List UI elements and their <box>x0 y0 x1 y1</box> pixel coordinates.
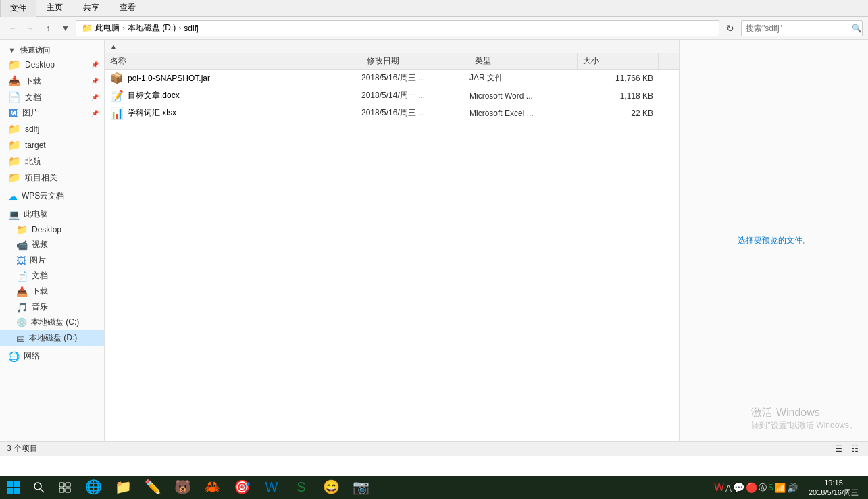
tray-icon4[interactable]: Ⓐ <box>759 482 767 494</box>
sidebar-item-docs-pc[interactable]: 📄 文档 <box>0 268 104 284</box>
sidebar-item-download-quick[interactable]: 📥 下载 📌 <box>0 73 104 89</box>
dropdown-button[interactable]: ▼ <box>58 21 73 36</box>
sidebar-item-drive-d[interactable]: 🖴 本地磁盘 (D:) <box>0 330 104 346</box>
folder-yellow-icon: 📁 <box>8 139 21 151</box>
taskbar-app10[interactable]: 📷 <box>346 476 376 499</box>
task-view-icon <box>59 482 71 493</box>
tray-wps-icon[interactable]: W <box>714 481 724 494</box>
sidebar-item-label: 网络 <box>24 350 40 362</box>
tab-view[interactable]: 查看 <box>109 0 146 16</box>
download-icon2: 📥 <box>16 286 28 297</box>
up-button[interactable]: ↑ <box>41 21 55 36</box>
taskbar-clock[interactable]: 19:15 2018/5/16/周三 <box>803 478 864 498</box>
col-header-name[interactable]: 名称 <box>105 53 361 69</box>
tray-wechat[interactable]: 💬 <box>733 482 744 493</box>
wps-section: ☁ WPS云文档 <box>0 188 104 204</box>
sidebar-item-wps[interactable]: ☁ WPS云文档 <box>0 188 104 204</box>
ribbon-tabs: 文件 主页 共享 查看 <box>0 0 868 16</box>
sidebar-item-target[interactable]: 📁 target <box>0 137 104 153</box>
quick-access-collapse[interactable]: ▼ <box>8 46 16 54</box>
col-header-date[interactable]: 修改日期 <box>361 53 469 69</box>
taskbar-app5[interactable]: 🦀 <box>197 476 227 499</box>
sidebar-item-pics-pc[interactable]: 🖼 图片 <box>0 253 104 268</box>
sidebar-item-this-pc[interactable]: 💻 此电脑 <box>0 207 104 222</box>
item-count: 3 个项目 <box>7 443 38 454</box>
sidebar-item-label: 项目相关 <box>25 172 57 184</box>
search-input[interactable] <box>742 24 851 33</box>
preview-pane: 选择要预览的文件。 <box>679 40 868 441</box>
sidebar-item-download-pc[interactable]: 📥 下载 <box>0 284 104 299</box>
wps-cloud-icon: ☁ <box>8 191 18 202</box>
taskbar-app4[interactable]: 🐻 <box>168 476 197 499</box>
taskbar-app7[interactable]: W <box>257 476 286 499</box>
taskbar-app8[interactable]: S <box>286 476 316 499</box>
file-row-excel[interactable]: 📊 学科词汇.xlsx 2018/5/16/周三 ... Microsoft E… <box>105 105 679 122</box>
sidebar-item-video[interactable]: 📹 视频 <box>0 237 104 253</box>
tray-volume[interactable]: 🔊 <box>787 483 798 493</box>
list-view-toggle[interactable]: ☰ <box>832 443 845 455</box>
tray-chevron[interactable]: ⋀ <box>725 483 732 492</box>
refresh-button[interactable]: ↻ <box>722 20 738 36</box>
back-button[interactable]: ← <box>5 21 20 36</box>
sidebar-item-beihang[interactable]: 📁 北航 <box>0 153 104 169</box>
col-header-size[interactable]: 大小 <box>578 53 659 69</box>
sidebar-item-desktop-pc[interactable]: 📁 Desktop <box>0 222 104 237</box>
status-bar: 3 个项目 ☰ ☷ <box>0 441 868 456</box>
taskbar-chrome[interactable]: 🌐 <box>78 476 108 499</box>
sidebar-item-label: 图片 <box>30 255 46 266</box>
tray-wifi[interactable]: 📶 <box>775 483 786 493</box>
sidebar-item-network[interactable]: 🌐 网络 <box>0 348 104 364</box>
file-size-jar: 11,766 KB <box>578 74 659 83</box>
sidebar-item-label: 视频 <box>32 239 48 251</box>
sidebar-item-desktop-quick[interactable]: 📁 Desktop 📌 <box>0 57 104 73</box>
detail-view-toggle[interactable]: ☷ <box>848 443 861 455</box>
start-button[interactable] <box>0 476 27 499</box>
file-date-word: 2018/5/14/周一 ... <box>361 90 469 101</box>
search-icon[interactable]: 🔍 <box>851 20 862 36</box>
task-view-button[interactable] <box>51 476 78 499</box>
taskbar-app6[interactable]: 🎯 <box>227 476 257 499</box>
network-icon: 🌐 <box>8 351 20 362</box>
status-right: ☰ ☷ <box>832 443 861 455</box>
sidebar-item-music[interactable]: 🎵 音乐 <box>0 299 104 315</box>
col-header-type[interactable]: 类型 <box>469 53 578 69</box>
sort-indicator-row: ▲ <box>105 40 679 53</box>
tab-home[interactable]: 主页 <box>36 0 73 16</box>
file-name-word: 📝 目标文章.docx <box>105 89 361 102</box>
address-path[interactable]: 📁 此电脑 › 本地磁盘 (D:) › sdlfj <box>76 20 719 36</box>
svg-rect-9 <box>66 488 70 492</box>
file-row-jar[interactable]: 📦 poi-1.0-SNAPSHOT.jar 2018/5/16/周三 ... … <box>105 70 679 87</box>
show-desktop-button[interactable] <box>864 476 868 499</box>
column-headers: 名称 修改日期 类型 大小 <box>105 53 679 70</box>
file-type-excel: Microsoft Excel ... <box>469 109 578 118</box>
folder-yellow-icon: 📁 <box>8 172 21 184</box>
folder-yellow-icon: 📁 <box>8 155 21 167</box>
file-name-jar: 📦 poi-1.0-SNAPSHOT.jar <box>105 72 361 84</box>
sidebar-item-project[interactable]: 📁 项目相关 <box>0 169 104 186</box>
doc-folder-icon2: 📄 <box>16 271 28 282</box>
file-date-jar: 2018/5/16/周三 ... <box>361 72 469 84</box>
clock-time: 19:15 <box>809 478 859 488</box>
quick-access-section: ▼ 快速访问 📁 Desktop 📌 📥 下载 📌 📄 文档 📌 🖼 图片 <box>0 43 104 186</box>
tab-file[interactable]: 文件 <box>0 0 36 17</box>
taskbar-search-button[interactable] <box>27 476 51 499</box>
folder-icon-sm: 📁 <box>82 23 93 33</box>
taskbar-app3[interactable]: ✏️ <box>138 476 168 499</box>
preview-text[interactable]: 选择要预览的文件。 <box>738 235 811 246</box>
address-bar: ← → ↑ ▼ 📁 此电脑 › 本地磁盘 (D:) › sdlfj ↻ 🔍 <box>0 17 868 40</box>
file-row-word[interactable]: 📝 目标文章.docx 2018/5/14/周一 ... Microsoft W… <box>105 87 679 105</box>
file-date-excel: 2018/5/16/周三 ... <box>361 107 469 119</box>
tab-share[interactable]: 共享 <box>73 0 109 16</box>
svg-line-5 <box>41 489 44 492</box>
search-box: 🔍 <box>741 20 863 36</box>
tray-icon5[interactable]: S <box>768 483 773 492</box>
sidebar-item-docs-quick[interactable]: 📄 文档 📌 <box>0 89 104 105</box>
drive-c-icon: 💿 <box>16 317 27 327</box>
taskbar-app9[interactable]: 😄 <box>316 476 346 499</box>
forward-button[interactable]: → <box>23 21 38 36</box>
tray-icon3[interactable]: 🔴 <box>746 482 757 493</box>
taskbar-folder[interactable]: 📁 <box>108 476 138 499</box>
sidebar-item-pics-quick[interactable]: 🖼 图片 📌 <box>0 105 104 121</box>
sidebar-item-drive-c[interactable]: 💿 本地磁盘 (C:) <box>0 315 104 330</box>
sidebar-item-sdlfj[interactable]: 📁 sdlfj <box>0 121 104 137</box>
